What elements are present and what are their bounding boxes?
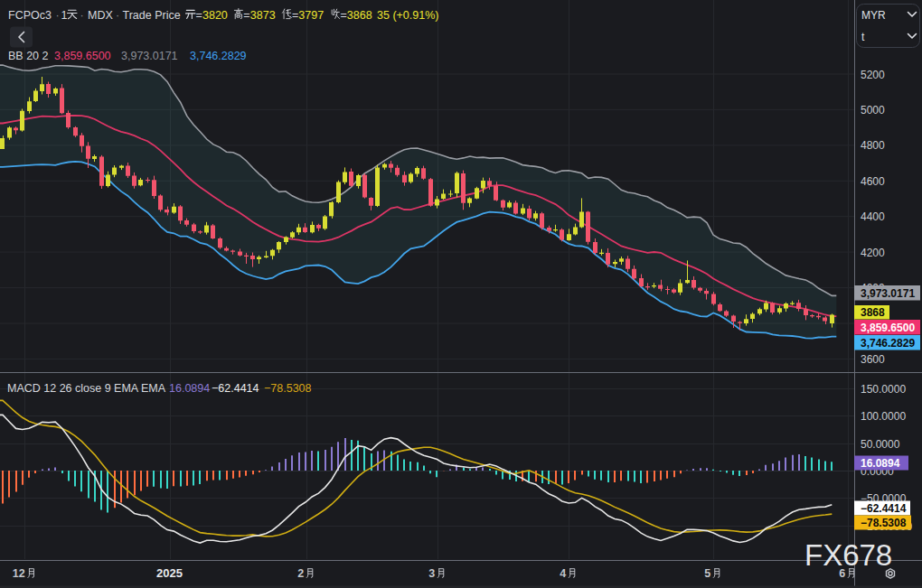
svg-text:·: ·	[116, 9, 119, 22]
svg-text:4600: 4600	[861, 175, 885, 188]
svg-text:50.0000: 50.0000	[861, 438, 900, 451]
svg-text:35 (+0.91%): 35 (+0.91%)	[377, 9, 438, 22]
svg-text:3600: 3600	[861, 353, 885, 366]
svg-text:·: ·	[80, 9, 84, 22]
svg-text:MYR: MYR	[861, 9, 886, 22]
svg-text:3,973.0171: 3,973.0171	[121, 50, 178, 62]
svg-text:·: ·	[56, 9, 60, 22]
svg-text:3868: 3868	[861, 306, 885, 319]
svg-text:FCPOc3: FCPOc3	[8, 9, 52, 22]
svg-text:=: =	[243, 9, 249, 22]
svg-text:5200: 5200	[861, 69, 885, 81]
svg-text:BB 20 2: BB 20 2	[8, 50, 49, 62]
svg-text:16.0894: 16.0894	[169, 382, 210, 395]
svg-text:3868: 3868	[347, 9, 372, 22]
svg-text:−62.4414: −62.4414	[212, 382, 259, 395]
svg-text:1: 1	[61, 9, 68, 22]
svg-text:MDX: MDX	[88, 9, 113, 22]
svg-text:=: =	[196, 9, 202, 22]
svg-text:4200: 4200	[861, 247, 885, 259]
svg-text:−62.4414: −62.4414	[861, 502, 907, 515]
svg-text:FX678: FX678	[804, 538, 892, 572]
svg-text:150.0000: 150.0000	[861, 383, 906, 396]
svg-text:100.0000: 100.0000	[861, 410, 906, 423]
svg-text:3,859.6500: 3,859.6500	[861, 322, 915, 334]
svg-text:4400: 4400	[861, 210, 885, 223]
svg-text:5000: 5000	[861, 104, 885, 117]
svg-text:3,973.0171: 3,973.0171	[861, 287, 915, 300]
svg-text:3873: 3873	[250, 9, 276, 22]
svg-text:5: 5	[704, 567, 710, 580]
svg-text:=: =	[292, 9, 298, 22]
svg-text:16.0894: 16.0894	[861, 457, 900, 470]
svg-text:2: 2	[297, 567, 304, 580]
svg-text:4: 4	[560, 567, 566, 580]
svg-text:3820: 3820	[202, 9, 228, 22]
svg-text:3,746.2829: 3,746.2829	[190, 50, 247, 62]
svg-text:12: 12	[13, 567, 25, 580]
svg-text:4800: 4800	[861, 139, 885, 152]
svg-text:Trade Price: Trade Price	[123, 9, 181, 22]
svg-text:3,859.6500: 3,859.6500	[54, 50, 111, 62]
svg-text:−78.5308: −78.5308	[264, 382, 312, 395]
svg-text:=: =	[340, 9, 346, 22]
svg-text:3,746.2829: 3,746.2829	[861, 337, 915, 350]
svg-text:MACD 12 26 close 9 EMA EMA: MACD 12 26 close 9 EMA EMA	[7, 382, 166, 395]
svg-text:3797: 3797	[298, 9, 324, 22]
svg-text:2025: 2025	[156, 566, 183, 580]
svg-text:−78.5308: −78.5308	[861, 517, 907, 529]
svg-text:3: 3	[428, 567, 435, 580]
